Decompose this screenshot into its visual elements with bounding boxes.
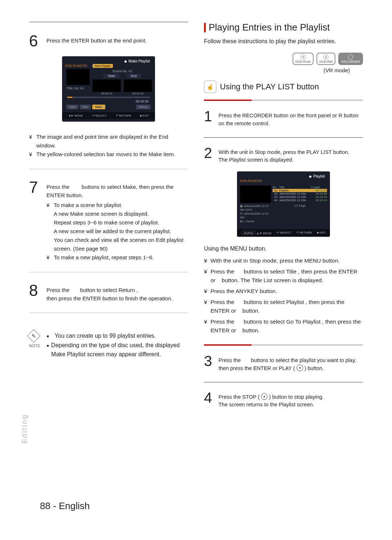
step-text: Press the RECORDER button on the front p… bbox=[219, 109, 363, 128]
step-number: 8 bbox=[29, 283, 46, 303]
sh1-thumbnail bbox=[66, 69, 90, 85]
disc-badges: DVD-RAM DVD-RW RECORDER bbox=[204, 53, 363, 65]
table-row: 04JAN/25/2005 12:15A00:10:16 bbox=[273, 199, 327, 202]
step-text: Press the ENTER button at the end point. bbox=[46, 33, 188, 49]
note-icon: ✎ bbox=[27, 329, 41, 343]
step-text: Press the buttons to select Make, then p… bbox=[46, 179, 188, 262]
accent-rule bbox=[204, 100, 363, 101]
heading-accent bbox=[204, 23, 206, 32]
menu-sublabel: Using the MENU button. bbox=[204, 245, 363, 252]
step-number: 3 bbox=[204, 354, 219, 373]
step-1: 1 Press the RECORDER button on the front… bbox=[204, 109, 363, 128]
divider bbox=[204, 382, 363, 382]
step-7: 7 Press the buttons to select Make, then… bbox=[29, 179, 188, 262]
step-number: 6 bbox=[29, 33, 46, 49]
section-heading: Playing Entries in the Playlist bbox=[204, 22, 363, 33]
stop-icon bbox=[261, 393, 268, 400]
step-text: Press the STOP ( ) button to stop playin… bbox=[219, 390, 363, 409]
vr-mode-label: (VR mode) bbox=[204, 67, 363, 73]
sh1-dvd: DVD-RAM(VR) bbox=[65, 64, 90, 68]
sh2-info: ▣ JAN/18/2005 12:15 AM CH11 ⏱ JAN/18/200… bbox=[240, 204, 271, 223]
step-8: 8 Press the button to select Return , th… bbox=[29, 283, 188, 303]
table-row: 03JAN/20/2005 12:15A00:20:15 bbox=[273, 195, 327, 199]
sh1-end-lbl: End bbox=[127, 74, 141, 78]
sh2-table: No. Title Length 01Dolphin00:10:21 02JAN… bbox=[273, 186, 327, 228]
accent-rule bbox=[204, 344, 363, 346]
page-columns: 6 Press the ENTER button at the end poin… bbox=[29, 22, 363, 416]
sh1-scene: Scene No. 01 bbox=[93, 69, 152, 73]
page-footer: 88 - English bbox=[40, 500, 90, 512]
sh1-titlelist: Title List 1/4 bbox=[66, 86, 90, 90]
subsection-heading: ☝ Using the PLAY LIST button bbox=[204, 81, 363, 93]
step-3: 3 Press the buttons to select the playli… bbox=[204, 354, 363, 373]
note-block: ✎ NOTE ■You can create up to 99 playlist… bbox=[29, 331, 188, 359]
step-number: 2 bbox=[204, 146, 219, 165]
note-line-2: Depending on the type of disc used, the … bbox=[51, 341, 188, 359]
step6-bullet-1: ¥The image and end point time are displa… bbox=[29, 133, 188, 150]
step-2: 2 With the unit in Stop mode, press the … bbox=[204, 146, 363, 165]
badge-recorder: RECORDER bbox=[338, 53, 363, 65]
play-icon bbox=[297, 365, 303, 371]
divider bbox=[29, 313, 188, 313]
section-lead: Follow these instructions to play the pl… bbox=[204, 38, 363, 45]
table-row: 02JAN/18/2005 12:15A00:40:09 bbox=[273, 192, 327, 195]
step-number: 1 bbox=[204, 109, 219, 128]
sh1-total: 00:10:10 bbox=[65, 100, 152, 103]
divider bbox=[204, 137, 363, 138]
left-column: 6 Press the ENTER button at the end poin… bbox=[29, 22, 188, 416]
sh2-thumbnail bbox=[240, 186, 271, 203]
step-number: 4 bbox=[204, 390, 219, 409]
note-label: NOTE bbox=[29, 344, 40, 348]
step-text: Press the buttons to select the playlist… bbox=[219, 354, 363, 373]
divider bbox=[29, 272, 188, 272]
step-number: 7 bbox=[29, 179, 46, 262]
note-line-1: You can create up to 99 playlist entries… bbox=[55, 331, 156, 341]
step-text: With the unit in Stop mode, press the PL… bbox=[219, 146, 363, 165]
sh2-dvd: DVD-RAM(VR) bbox=[240, 179, 327, 183]
sh1-header: Make Playlist bbox=[128, 59, 150, 63]
step-6: 6 Press the ENTER button at the end poin… bbox=[29, 33, 188, 49]
step6-bullet-2: ¥The yellow-colored selection bar moves … bbox=[29, 150, 188, 159]
make-playlist-screenshot: ◆Make Playlist DVD-RAM(VR) Title List 1/… bbox=[62, 56, 155, 122]
sh2-header: Playlist bbox=[313, 174, 325, 178]
step-4: 4 Press the STOP ( ) button to stop play… bbox=[204, 390, 363, 409]
step-text: Press the button to select Return , then… bbox=[46, 283, 188, 303]
badge-dvd-ram: DVD-RAM bbox=[293, 53, 314, 65]
hand-icon: ☝ bbox=[204, 81, 216, 93]
menu-bullets: ¥With the unit in Stop mode, press the M… bbox=[204, 256, 363, 335]
playlist-screenshot: ◆Playlist DVD-RAM(VR) ▣ JAN/18/2005 12:1… bbox=[237, 171, 330, 237]
sh1-start-lbl: Start bbox=[103, 74, 119, 78]
table-row: 01Dolphin00:10:21 bbox=[273, 189, 327, 192]
badge-dvd-rw: DVD-RW bbox=[317, 53, 336, 65]
section-tab: Editing bbox=[20, 414, 29, 444]
right-column: Playing Entries in the Playlist Follow t… bbox=[204, 22, 363, 416]
divider bbox=[29, 169, 188, 169]
